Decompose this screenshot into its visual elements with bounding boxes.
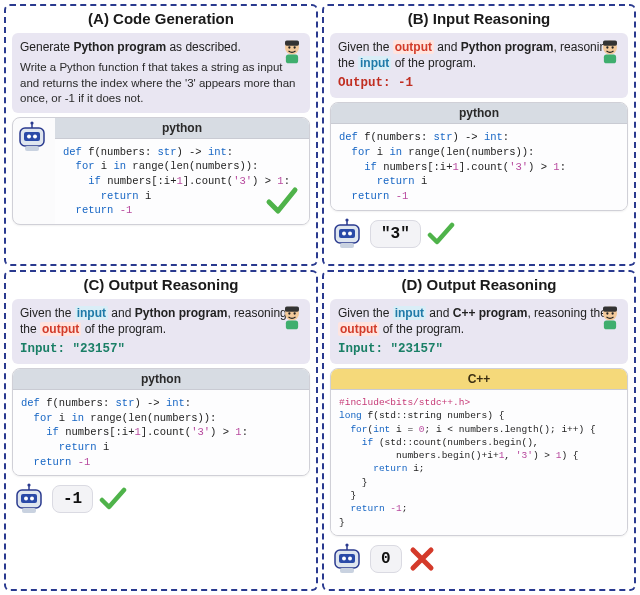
svg-point-39 bbox=[611, 312, 613, 314]
answer-row: "3" bbox=[330, 217, 628, 251]
cross-icon bbox=[408, 545, 436, 573]
svg-point-7 bbox=[27, 134, 31, 138]
svg-rect-37 bbox=[603, 306, 617, 311]
code-lang-label: python bbox=[55, 118, 309, 139]
answer-value: 0 bbox=[370, 545, 402, 573]
svg-rect-11 bbox=[25, 146, 39, 151]
svg-point-20 bbox=[348, 231, 352, 235]
task-description: Write a Python function f that takes a s… bbox=[20, 60, 302, 107]
prompt-box: Generate Python program as described. Wr… bbox=[12, 33, 310, 113]
svg-point-27 bbox=[293, 312, 295, 314]
svg-rect-23 bbox=[340, 243, 354, 248]
output-label: Output: -1 bbox=[338, 75, 620, 92]
input-highlight: input bbox=[75, 306, 108, 320]
robot-icon bbox=[15, 120, 49, 154]
svg-point-43 bbox=[342, 556, 346, 560]
svg-point-31 bbox=[24, 497, 28, 501]
prompt-strong: Python program bbox=[73, 40, 166, 54]
svg-point-46 bbox=[345, 543, 348, 546]
code-card: python def f(numbers: str) -> int: for i… bbox=[12, 117, 310, 225]
input-label: Input: "23157" bbox=[338, 341, 620, 358]
robot-icon bbox=[330, 542, 364, 576]
prompt-box: Given the output and Python program, rea… bbox=[330, 33, 628, 98]
prompt-text: Generate bbox=[20, 40, 73, 54]
checkmark-icon bbox=[99, 485, 127, 513]
svg-rect-1 bbox=[285, 41, 299, 46]
code-lang-label: C++ bbox=[331, 369, 627, 390]
robot-icon bbox=[12, 482, 46, 516]
input-highlight: input bbox=[358, 56, 391, 70]
svg-point-34 bbox=[27, 484, 30, 487]
svg-point-8 bbox=[33, 134, 37, 138]
input-highlight: input bbox=[393, 306, 426, 320]
answer-row: 0 bbox=[330, 542, 628, 576]
panel-output-reasoning-py: (C) Output Reasoning Given the input and… bbox=[4, 270, 318, 591]
svg-point-32 bbox=[30, 497, 34, 501]
svg-point-38 bbox=[606, 312, 608, 314]
svg-rect-13 bbox=[603, 41, 617, 46]
panel-output-reasoning-cpp: (D) Output Reasoning Given the input and… bbox=[322, 270, 636, 591]
code-card: C++ #include<bits/stdc++.h> long f(std::… bbox=[330, 368, 628, 536]
svg-rect-47 bbox=[340, 568, 354, 573]
svg-rect-6 bbox=[24, 132, 40, 141]
svg-rect-28 bbox=[286, 320, 298, 329]
prompt-text: as described. bbox=[166, 40, 241, 54]
svg-rect-40 bbox=[604, 320, 616, 329]
svg-point-44 bbox=[348, 556, 352, 560]
output-highlight: output bbox=[40, 322, 81, 336]
user-face-icon bbox=[278, 303, 306, 331]
output-highlight: output bbox=[393, 40, 434, 54]
prompt-box: Given the input and Python program, reas… bbox=[12, 299, 310, 364]
panel-title: (D) Output Reasoning bbox=[330, 276, 628, 293]
svg-point-3 bbox=[293, 46, 295, 48]
panel-title: (A) Code Generation bbox=[12, 10, 310, 27]
output-highlight: output bbox=[338, 322, 379, 336]
panel-code-generation: (A) Code Generation Generate Python prog… bbox=[4, 4, 318, 266]
answer-value: -1 bbox=[52, 485, 93, 513]
prompt-box: Given the input and C++ program, reasoni… bbox=[330, 299, 628, 364]
svg-rect-42 bbox=[339, 554, 355, 563]
code-body: def f(numbers: str) -> int: for i in ran… bbox=[13, 390, 309, 475]
svg-point-10 bbox=[30, 121, 33, 124]
svg-point-14 bbox=[606, 46, 608, 48]
code-body: #include<bits/stdc++.h> long f(std::stri… bbox=[331, 390, 627, 535]
checkmark-icon bbox=[265, 184, 299, 218]
svg-rect-35 bbox=[22, 508, 36, 513]
svg-point-26 bbox=[288, 312, 290, 314]
svg-rect-18 bbox=[339, 229, 355, 238]
svg-point-15 bbox=[611, 46, 613, 48]
answer-row: -1 bbox=[12, 482, 310, 516]
svg-point-2 bbox=[288, 46, 290, 48]
panel-input-reasoning: (B) Input Reasoning Given the output and… bbox=[322, 4, 636, 266]
svg-rect-30 bbox=[21, 494, 37, 503]
code-lang-label: python bbox=[331, 103, 627, 124]
svg-point-19 bbox=[342, 231, 346, 235]
svg-rect-16 bbox=[604, 55, 616, 64]
code-card: python def f(numbers: str) -> int: for i… bbox=[12, 368, 310, 476]
robot-icon bbox=[330, 217, 364, 251]
answer-value: "3" bbox=[370, 220, 421, 248]
input-label: Input: "23157" bbox=[20, 341, 302, 358]
panel-title: (B) Input Reasoning bbox=[330, 10, 628, 27]
code-body: def f(numbers: str) -> int: for i in ran… bbox=[331, 124, 627, 209]
panel-title: (C) Output Reasoning bbox=[12, 276, 310, 293]
user-face-icon bbox=[278, 37, 306, 65]
svg-point-22 bbox=[345, 218, 348, 221]
checkmark-icon bbox=[427, 220, 455, 248]
user-face-icon bbox=[596, 37, 624, 65]
code-lang-label: python bbox=[13, 369, 309, 390]
svg-rect-4 bbox=[286, 55, 298, 64]
code-card: python def f(numbers: str) -> int: for i… bbox=[330, 102, 628, 210]
user-face-icon bbox=[596, 303, 624, 331]
svg-rect-25 bbox=[285, 306, 299, 311]
